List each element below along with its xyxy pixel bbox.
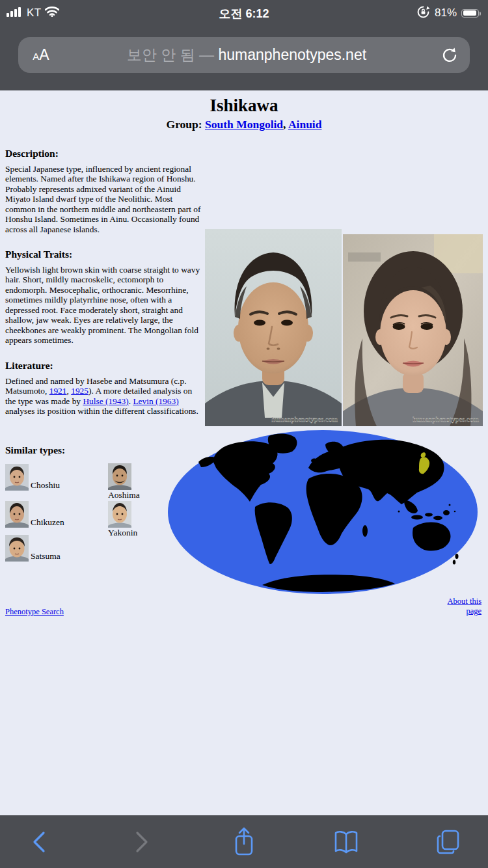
choshiu-thumbnail xyxy=(5,464,29,491)
group-link-south-mongolid[interactable]: South Mongolid xyxy=(205,118,283,131)
reload-icon xyxy=(441,46,459,64)
group-line: Group: South Mongolid, Ainuid xyxy=(0,118,488,131)
svg-text:humanphenotypes.com: humanphenotypes.com xyxy=(271,415,338,423)
similar-type-satsuma[interactable]: Satsuma xyxy=(5,535,61,562)
safari-toolbar xyxy=(0,815,488,868)
group-link-ainuid[interactable]: Ainuid xyxy=(288,118,322,131)
svg-text:humanphenotypes.com: humanphenotypes.com xyxy=(413,415,479,423)
reload-button[interactable] xyxy=(429,46,470,64)
similar-type-chikuzen[interactable]: Chikuzen xyxy=(5,501,64,528)
bookmarks-icon xyxy=(332,829,360,855)
clock-label: 오전 6:12 xyxy=(0,6,488,21)
url-label[interactable]: 보안 안 됨 — humanphenotypes.net xyxy=(64,45,429,65)
similar-types-heading: Similar types: xyxy=(5,444,65,456)
chikuzen-thumbnail xyxy=(5,501,29,528)
similar-type-label[interactable]: Yakonin xyxy=(108,528,137,538)
battery-percent-label: 81% xyxy=(435,7,457,20)
distribution-map xyxy=(158,428,486,604)
page-title: Ishikawa xyxy=(0,96,488,116)
similar-type-label[interactable]: Chikuzen xyxy=(31,517,64,528)
description-heading: Description: xyxy=(5,148,59,159)
url-pill[interactable]: AA 보안 안 됨 — humanphenotypes.net xyxy=(18,37,470,73)
yakonin-thumbnail xyxy=(108,501,131,528)
description-body: Special Japanese type, influenced by anc… xyxy=(5,164,202,234)
forward-button[interactable] xyxy=(113,815,171,868)
back-button[interactable] xyxy=(10,815,68,868)
bookmarks-button[interactable] xyxy=(317,815,375,868)
similar-type-label[interactable]: Aoshima xyxy=(108,490,140,500)
literature-link-1921[interactable]: 1921 xyxy=(49,386,67,396)
literature-link-1925[interactable]: 1925 xyxy=(71,386,88,396)
aoshima-thumbnail xyxy=(108,463,131,490)
browser-chrome-top: KT 오전 6:12 81% xyxy=(0,0,488,90)
physical-traits-body: Yellowish light brown skin with coarse s… xyxy=(5,265,202,346)
similar-type-label[interactable]: Satsuma xyxy=(31,551,61,562)
share-button[interactable] xyxy=(215,815,273,868)
phenotype-search-link[interactable]: Phenotype Search xyxy=(5,607,64,617)
literature-heading: Literature: xyxy=(5,360,53,372)
literature-body: Defined and named by Hasebe and Matsumur… xyxy=(5,376,202,416)
domain-label: humanphenotypes.net xyxy=(218,46,366,63)
tabs-icon xyxy=(435,828,462,856)
similar-type-choshiu[interactable]: Choshiu xyxy=(5,464,60,491)
status-bar: KT 오전 6:12 81% xyxy=(0,0,488,26)
not-secure-label: 보안 안 됨 xyxy=(127,46,195,63)
share-icon xyxy=(231,826,257,858)
satsuma-thumbnail xyxy=(5,535,29,562)
physical-traits-heading: Physical Traits: xyxy=(5,249,72,260)
tabs-button[interactable] xyxy=(419,815,478,868)
female-composite-photo: humanphenotypes.com xyxy=(343,234,483,426)
reader-text-size-button[interactable]: AA xyxy=(18,46,64,64)
web-page: Ishikawa Group: South Mongolid, Ainuid D… xyxy=(0,90,488,815)
similar-type-aoshima[interactable]: Aoshima xyxy=(108,463,140,500)
rotation-lock-icon xyxy=(416,5,430,21)
group-label: Group: xyxy=(167,118,202,131)
address-bar: AA 보안 안 됨 — humanphenotypes.net xyxy=(0,26,488,90)
literature-link-hulse[interactable]: Hulse (1943) xyxy=(83,396,128,406)
similar-type-label[interactable]: Choshiu xyxy=(31,480,60,491)
male-composite-photo: humanphenotypes.com xyxy=(205,229,342,426)
about-this-page-link[interactable]: About this page xyxy=(436,597,481,616)
forward-icon xyxy=(133,829,150,855)
back-icon xyxy=(31,829,47,855)
similar-type-yakonin[interactable]: Yakonin xyxy=(108,501,137,538)
literature-link-levin[interactable]: Levin (1963) xyxy=(133,396,178,406)
battery-icon xyxy=(461,9,479,18)
